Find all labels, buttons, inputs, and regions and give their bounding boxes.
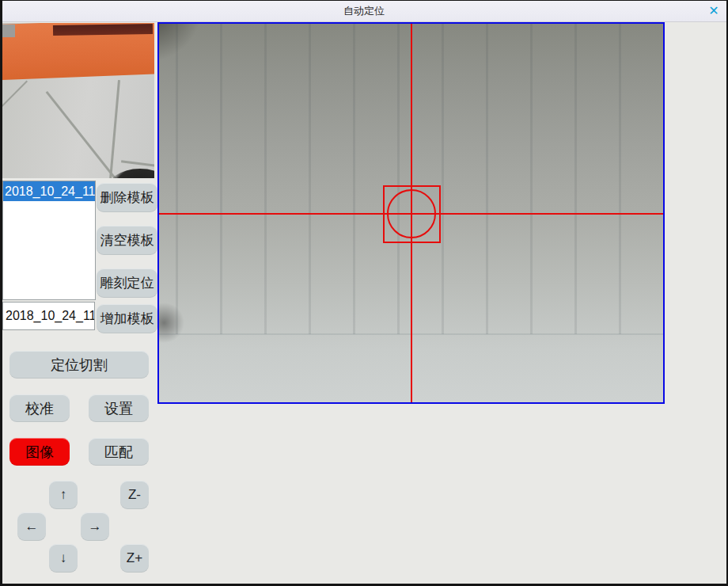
clear-templates-button[interactable]: 清空模板 xyxy=(97,226,157,255)
dark-red-strip xyxy=(53,24,153,36)
tile-grout-line xyxy=(2,81,28,108)
settings-button[interactable]: 设置 xyxy=(89,394,149,422)
z-plus-button[interactable]: Z+ xyxy=(120,544,149,573)
tile-grout-line xyxy=(109,80,120,178)
template-thumbnail xyxy=(2,23,154,178)
jog-right-button[interactable]: → xyxy=(81,512,109,541)
title-bar: 自动定位 ✕ xyxy=(0,0,728,22)
tile-grout-line xyxy=(121,160,154,166)
engrave-position-button[interactable]: 雕刻定位 xyxy=(97,268,157,298)
jog-left-button[interactable]: ← xyxy=(17,512,46,541)
jog-down-button[interactable]: ↓ xyxy=(49,544,78,573)
template-list[interactable]: 2018_10_24_11 xyxy=(2,181,96,300)
close-icon[interactable]: ✕ xyxy=(705,2,722,20)
tile-grout-line xyxy=(46,91,118,178)
add-template-button[interactable]: 增加模板 xyxy=(97,304,157,333)
gray-patch xyxy=(2,25,15,37)
z-minus-button[interactable]: Z- xyxy=(120,481,149,509)
list-item[interactable]: 2018_10_24_11 xyxy=(3,181,95,201)
window-title: 自动定位 xyxy=(0,0,728,21)
position-cut-button[interactable]: 定位切割 xyxy=(9,351,149,379)
delete-template-button[interactable]: 删除模板 xyxy=(97,183,157,212)
match-button[interactable]: 匹配 xyxy=(89,438,149,466)
template-name-input[interactable] xyxy=(2,302,95,330)
image-button[interactable]: 图像 xyxy=(9,438,70,466)
jog-up-button[interactable]: ↑ xyxy=(49,481,78,509)
camera-view xyxy=(157,22,665,404)
calibrate-button[interactable]: 校准 xyxy=(9,394,70,422)
target-circle xyxy=(387,189,436,238)
